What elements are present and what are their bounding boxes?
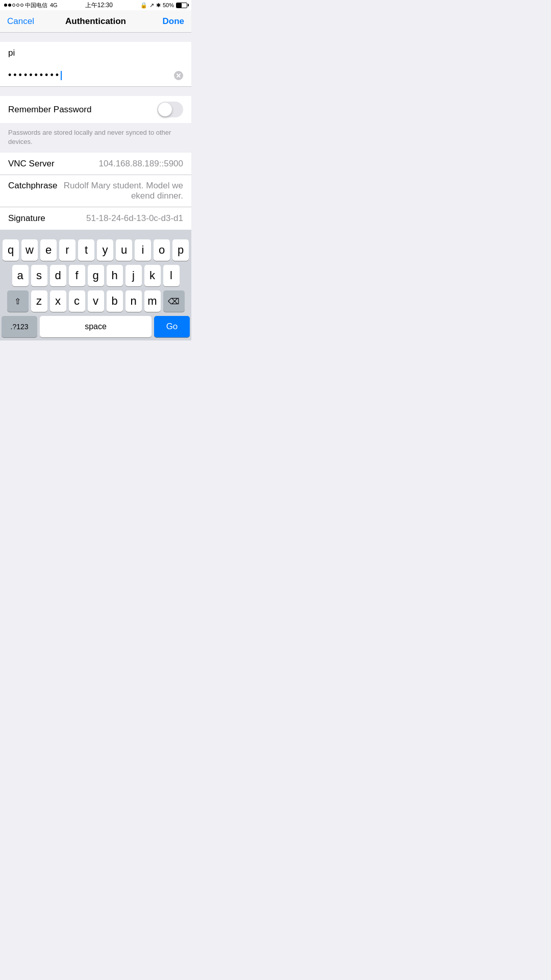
key-w[interactable]: w [21, 239, 38, 261]
go-key[interactable]: Go [154, 316, 190, 337]
status-left: 中国电信 4G [4, 2, 58, 9]
status-bar: 中国电信 4G 上午12:30 🔒 ↗ ✱ 50% [0, 0, 191, 10]
clear-button[interactable] [174, 71, 183, 80]
key-y[interactable]: y [97, 239, 113, 261]
keyboard-row-4: .?123 space Go [2, 316, 190, 337]
info-section: VNC Server 104.168.88.189::5900 Catchphr… [0, 153, 191, 230]
remember-password-row: Remember Password [0, 96, 191, 123]
key-c[interactable]: c [69, 290, 85, 312]
status-right: 🔒 ↗ ✱ 50% [140, 2, 187, 9]
hint-text: Passwords are stored locally and never s… [0, 123, 191, 153]
remember-password-toggle[interactable] [157, 102, 183, 117]
catchphrase-value: Rudolf Mary student. Model weekend dinne… [62, 181, 183, 201]
key-t[interactable]: t [78, 239, 94, 261]
cancel-button[interactable]: Cancel [6, 16, 35, 27]
page-title: Authentication [65, 16, 126, 27]
lock-icon: 🔒 [140, 2, 147, 9]
number-key[interactable]: .?123 [2, 316, 37, 337]
key-q[interactable]: q [3, 239, 19, 261]
key-v[interactable]: v [88, 290, 104, 312]
username-section [0, 42, 191, 64]
signature-row: Signature 51-18-24-6d-13-0c-d3-d1 [0, 207, 191, 230]
network-label: 4G [50, 2, 58, 8]
time-label: 上午12:30 [85, 1, 113, 10]
key-a[interactable]: a [12, 265, 29, 286]
key-e[interactable]: e [40, 239, 57, 261]
vnc-server-row: VNC Server 104.168.88.189::5900 [0, 153, 191, 175]
cursor [61, 71, 62, 80]
carrier-label: 中国电信 [25, 2, 47, 9]
keyboard: q w e r t y u i o p a s d f g h j k l ⇧ … [0, 236, 191, 340]
key-g[interactable]: g [88, 265, 104, 286]
key-j[interactable]: j [126, 265, 142, 286]
password-dots: •••••••••• [8, 70, 61, 81]
key-f[interactable]: f [69, 265, 85, 286]
catchphrase-row: Catchphrase Rudolf Mary student. Model w… [0, 175, 191, 207]
key-x[interactable]: x [50, 290, 66, 312]
vnc-server-label: VNC Server [8, 159, 55, 169]
keyboard-row-3: ⇧ z x c v b n m ⌫ [2, 290, 190, 312]
section-gap-2 [0, 87, 191, 96]
nav-bar: Cancel Authentication Done [0, 10, 191, 33]
bluetooth-icon: ✱ [156, 2, 161, 9]
catchphrase-label: Catchphrase [8, 181, 57, 191]
vnc-server-value: 104.168.88.189::5900 [60, 159, 183, 169]
signature-value: 51-18-24-6d-13-0c-d3-d1 [51, 213, 183, 224]
key-h[interactable]: h [107, 265, 123, 286]
key-b[interactable]: b [107, 290, 123, 312]
space-key[interactable]: space [40, 316, 152, 337]
section-gap-1 [0, 33, 191, 42]
shift-key[interactable]: ⇧ [7, 290, 29, 312]
toggle-thumb [158, 103, 172, 116]
key-i[interactable]: i [135, 239, 151, 261]
key-l[interactable]: l [163, 265, 180, 286]
key-p[interactable]: p [172, 239, 189, 261]
username-row [0, 42, 191, 64]
battery-icon [176, 3, 187, 8]
key-d[interactable]: d [50, 265, 66, 286]
password-row: •••••••••• [0, 64, 191, 87]
delete-key[interactable]: ⌫ [163, 290, 185, 312]
key-k[interactable]: k [144, 265, 161, 286]
key-n[interactable]: n [126, 290, 142, 312]
done-button[interactable]: Done [162, 16, 186, 27]
username-input[interactable] [8, 48, 183, 58]
signal-icon [4, 4, 23, 7]
keyboard-row-1: q w e r t y u i o p [2, 239, 190, 261]
signature-label: Signature [8, 213, 45, 224]
key-s[interactable]: s [31, 265, 47, 286]
location-icon: ↗ [149, 2, 154, 9]
key-u[interactable]: u [116, 239, 132, 261]
battery-label: 50% [163, 2, 174, 8]
remember-password-section: Remember Password [0, 96, 191, 123]
remember-password-label: Remember Password [8, 105, 91, 115]
keyboard-row-2: a s d f g h j k l [2, 265, 190, 286]
key-z[interactable]: z [31, 290, 47, 312]
key-r[interactable]: r [59, 239, 76, 261]
key-o[interactable]: o [154, 239, 170, 261]
key-m[interactable]: m [144, 290, 161, 312]
